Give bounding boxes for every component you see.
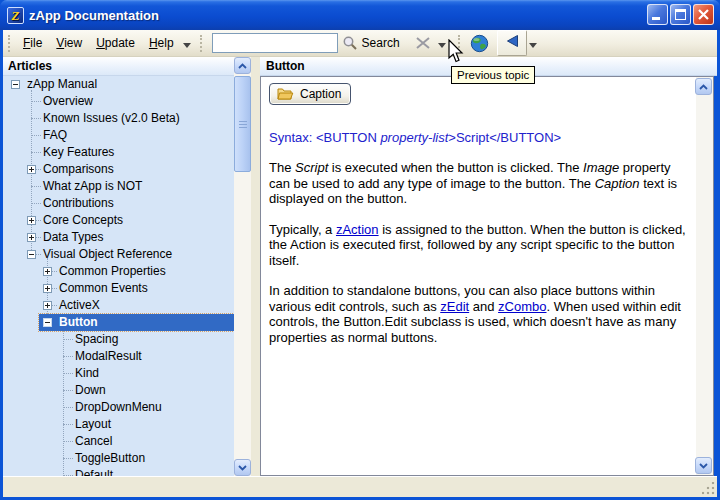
link-zaction[interactable]: zAction — [336, 222, 379, 237]
collapse-icon[interactable] — [11, 80, 20, 89]
tree-item-label: Comparisons — [41, 162, 116, 176]
tree-item-spacing[interactable]: Spacing — [3, 331, 234, 348]
tree-item-label: Data Types — [41, 230, 105, 244]
expand-icon[interactable] — [27, 165, 36, 174]
tree-item-layout[interactable]: Layout — [3, 416, 234, 433]
tree-item-common-properties[interactable]: Common Properties — [3, 263, 234, 280]
caption-demo-button[interactable]: Caption — [269, 83, 351, 105]
articles-tree: zApp ManualOverviewKnown Issues (v2.0 Be… — [3, 76, 234, 476]
minimize-button[interactable] — [647, 4, 668, 25]
tree-item-kind[interactable]: Kind — [3, 365, 234, 382]
tree-connector — [63, 356, 73, 357]
status-bar — [3, 476, 717, 497]
tree-item-faq[interactable]: FAQ — [3, 127, 234, 144]
content-scrollbar[interactable] — [696, 77, 713, 475]
tree-item-overview[interactable]: Overview — [3, 93, 234, 110]
back-button[interactable] — [497, 30, 527, 56]
panel-splitter[interactable] — [251, 57, 260, 476]
topic-paragraphs: The Script is executed when the button i… — [269, 160, 693, 345]
tree-item-label: Kind — [73, 366, 101, 380]
text-segment: Typically, a — [269, 222, 336, 237]
tree-item-visual-object-reference[interactable]: Visual Object Reference — [3, 246, 234, 263]
search-icon — [342, 35, 358, 51]
tree-item-label: Button — [57, 315, 100, 329]
maximize-button[interactable] — [670, 4, 691, 25]
tree-connector — [63, 373, 73, 374]
toolbar-grip[interactable] — [8, 35, 11, 52]
chevron-up-icon — [238, 63, 247, 69]
topic-content: Caption Syntax: <BUTTON property-list>Sc… — [260, 76, 714, 476]
tree-item-cancel[interactable]: Cancel — [3, 433, 234, 450]
web-button[interactable] — [466, 32, 493, 55]
tree-item-activex[interactable]: ActiveX — [3, 297, 234, 314]
caption-demo-label: Caption — [300, 87, 341, 101]
link-zcombo[interactable]: zCombo — [498, 299, 546, 314]
scroll-up-button[interactable] — [234, 57, 251, 74]
search-button-label: Search — [362, 36, 400, 50]
titlebar[interactable]: Z zApp Documentation — [0, 0, 720, 30]
tree-connector — [31, 203, 41, 204]
collapse-icon[interactable] — [43, 318, 52, 327]
tree-item-togglebutton[interactable]: ToggleButton — [3, 450, 234, 467]
tree-item-label: Common Events — [57, 281, 150, 295]
tree-connector — [31, 135, 41, 136]
resize-grip[interactable] — [702, 482, 715, 495]
back-dropdown-chevron-icon[interactable] — [529, 43, 537, 48]
expand-icon[interactable] — [43, 301, 52, 310]
menu-file[interactable]: File — [16, 33, 49, 53]
expand-icon[interactable] — [27, 216, 36, 225]
folder-icon — [277, 87, 294, 101]
tree-item-label: Cancel — [73, 434, 114, 448]
tree-item-label: Common Properties — [57, 264, 168, 278]
tree-item-label: Contributions — [41, 196, 116, 210]
back-arrow-icon — [504, 34, 520, 48]
tree-item-zapp-manual[interactable]: zApp Manual — [3, 76, 234, 93]
window-title: zApp Documentation — [29, 8, 159, 23]
tree-item-common-events[interactable]: Common Events — [3, 280, 234, 297]
tree-item-dropdownmenu[interactable]: DropDownMenu — [3, 399, 234, 416]
text-segment: Script — [295, 160, 328, 175]
maximize-icon — [675, 9, 686, 20]
tooltip: Previous topic — [451, 66, 535, 84]
tree-item-key-features[interactable]: Key Features — [3, 144, 234, 161]
sidebar-scrollbar[interactable] — [234, 57, 251, 476]
chevron-up-icon — [699, 84, 708, 90]
tree-item-core-concepts[interactable]: Core Concepts — [3, 212, 234, 229]
scroll-down-button[interactable] — [234, 459, 251, 476]
tree-item-modalresult[interactable]: ModalResult — [3, 348, 234, 365]
expand-icon[interactable] — [43, 267, 52, 276]
tree-item-label: Key Features — [41, 145, 116, 159]
tree-connector — [63, 407, 73, 408]
clear-search-button[interactable] — [410, 33, 436, 53]
tree-item-contributions[interactable]: Contributions — [3, 195, 234, 212]
clear-dropdown-chevron-icon[interactable] — [438, 43, 446, 48]
collapse-icon[interactable] — [27, 250, 36, 259]
menu-overflow-chevron-icon[interactable] — [183, 43, 191, 48]
tree-item-what-zapp-is-not[interactable]: What zApp is NOT — [3, 178, 234, 195]
expand-icon[interactable] — [43, 284, 52, 293]
scroll-down-button[interactable] — [695, 457, 712, 474]
app-window: Z zApp Documentation FileViewUpdateHelp … — [0, 0, 720, 500]
close-button[interactable] — [693, 4, 714, 25]
tree-connector — [63, 424, 73, 425]
scroll-up-button[interactable] — [695, 78, 712, 95]
search-input[interactable] — [212, 33, 338, 53]
tree-item-down[interactable]: Down — [3, 382, 234, 399]
expand-icon[interactable] — [27, 233, 36, 242]
tree-item-label: Layout — [73, 417, 113, 431]
search-button[interactable]: Search — [338, 33, 404, 53]
tree-item-data-types[interactable]: Data Types — [3, 229, 234, 246]
link-zedit[interactable]: zEdit — [440, 299, 469, 314]
scrollbar-thumb[interactable] — [234, 76, 251, 172]
toolbar-grip[interactable] — [200, 35, 203, 52]
tree-connector — [31, 101, 41, 102]
text-segment: The — [269, 160, 295, 175]
menu-view[interactable]: View — [49, 33, 89, 53]
menu-update[interactable]: Update — [89, 33, 142, 53]
tree-item-default[interactable]: Default — [3, 467, 234, 476]
tree-item-known-issues-v2-0-beta[interactable]: Known Issues (v2.0 Beta) — [3, 110, 234, 127]
tree-item-button[interactable]: Button — [3, 314, 234, 331]
menu-help[interactable]: Help — [142, 33, 181, 53]
toolbar: FileViewUpdateHelp Search — [3, 30, 717, 57]
tree-item-comparisons[interactable]: Comparisons — [3, 161, 234, 178]
